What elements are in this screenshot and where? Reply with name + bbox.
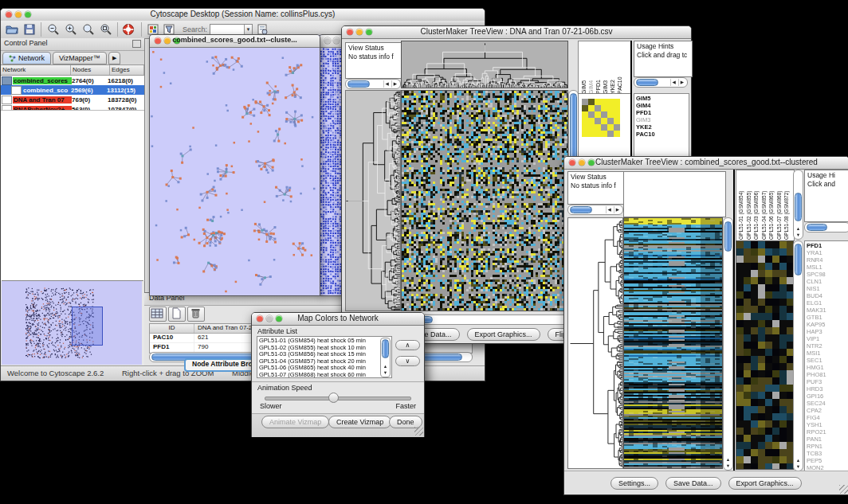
resize-grip[interactable] — [839, 485, 848, 494]
zoom-fit-icon[interactable] — [82, 23, 95, 36]
gene-label[interactable]: YSH1 — [807, 421, 848, 428]
zoom-out-icon[interactable] — [47, 23, 60, 36]
gene-label[interactable]: PEP5 — [807, 457, 848, 464]
column-label[interactable]: PAC10 — [616, 43, 623, 94]
gene-label[interactable]: YRA1 — [807, 249, 848, 256]
close-button[interactable] — [6, 11, 12, 18]
scroll-left-icon[interactable]: ◀ — [670, 79, 677, 86]
scroll-down-icon[interactable]: ▼ — [724, 463, 732, 469]
treeview2-titlebar[interactable]: ClusterMaker TreeView : combined_scores_… — [564, 157, 848, 170]
scroll-up-icon[interactable]: ▲ — [794, 225, 803, 232]
column-label[interactable]: PFD1 — [595, 43, 602, 94]
column-label[interactable]: GPL51-04 (GSM857) — [760, 171, 768, 240]
gene-label[interactable]: PHO81 — [807, 371, 848, 378]
gene-label[interactable]: HAP3 — [807, 328, 848, 335]
attribute-option[interactable]: GPL51-07 (GSM868) heat shock 60 min — [257, 372, 391, 379]
gene-label[interactable]: GIM3 — [636, 116, 687, 123]
gene-label[interactable]: FIG4 — [807, 414, 848, 421]
help-ring-icon[interactable] — [122, 23, 135, 36]
gene-label[interactable]: MAK31 — [807, 307, 848, 314]
gene-label[interactable]: BUD4 — [807, 292, 848, 299]
close-button[interactable] — [347, 29, 353, 35]
table-icon[interactable] — [149, 307, 167, 322]
main-titlebar[interactable]: Cytoscape Desktop (Session Name: collins… — [1, 9, 485, 21]
gene-label[interactable]: RPO21 — [807, 428, 848, 436]
gene-label[interactable]: MSI1 — [807, 350, 848, 357]
view-status-scrollbar[interactable]: ◀▶ — [567, 205, 623, 215]
tab-vizmapper[interactable]: VizMapper™ — [53, 52, 107, 64]
gene-label[interactable]: PFD1 — [807, 242, 848, 249]
column-label[interactable]: GIM5 — [580, 43, 587, 94]
tab-network[interactable]: Network — [2, 52, 51, 64]
gene-label[interactable]: TCB3 — [807, 450, 848, 457]
heatmap-canvas[interactable] — [401, 90, 568, 311]
column-label[interactable]: YKE2 — [609, 43, 616, 94]
gene-label[interactable]: PFD1 — [636, 109, 687, 116]
submatrix-vscrollbar[interactable]: ▲ ▼ — [793, 240, 803, 471]
gene-label[interactable]: GIM4 — [636, 102, 687, 109]
row-dendrogram[interactable] — [567, 217, 623, 469]
scroll-right-icon[interactable]: ▶ — [614, 206, 621, 213]
network-row[interactable]: combined_sco 2569(6) 13112(15) — [1, 85, 144, 95]
birdseye-view[interactable] — [2, 280, 143, 366]
zoom-selected-icon[interactable] — [100, 23, 112, 36]
gene-label[interactable]: PAC10 — [636, 131, 687, 138]
treeview1-button[interactable]: Export Graphics... — [467, 328, 540, 341]
animate-vizmap-button[interactable]: Animate Vizmap — [261, 416, 329, 428]
scroll-left-icon[interactable]: ◀ — [383, 80, 391, 88]
speed-slider-thumb[interactable] — [328, 393, 339, 403]
scroll-right-icon[interactable]: ▶ — [678, 79, 685, 86]
scroll-up-icon[interactable]: ▲ — [381, 363, 390, 369]
column-labels-scrollbar[interactable]: ▲ ▼ — [793, 170, 803, 240]
network-row[interactable]: DNA and Tran 07 769(0) 183728(0) — [1, 95, 144, 104]
gene-label[interactable]: HRD3 — [807, 385, 848, 393]
gene-label[interactable]: SEC1 — [807, 357, 848, 364]
move-up-button[interactable]: ∧ — [395, 340, 420, 350]
open-session-icon[interactable] — [6, 23, 18, 36]
correlation-submatrix[interactable] — [582, 99, 620, 137]
gene-label[interactable]: RNR4 — [807, 256, 848, 264]
column-label[interactable]: GPL51-03 (GSM856) — [752, 171, 760, 240]
usage-hints-scrollbar[interactable]: ◀▶ — [634, 77, 688, 88]
gene-label[interactable]: NTR2 — [807, 342, 848, 350]
column-label[interactable]: GPL51-02 (GSM855) — [745, 171, 753, 240]
network-row[interactable]: combined_scores 2764(0) 16218(0) — [1, 76, 144, 85]
dialog-titlebar[interactable]: Map Colors to Network — [252, 313, 424, 326]
treeview2-button[interactable]: Settings... — [610, 477, 658, 490]
scroll-left-icon[interactable]: ◀ — [606, 206, 613, 213]
create-vizmap-button[interactable]: Create Vizmap — [328, 416, 391, 428]
gene-label[interactable]: MSL1 — [807, 264, 848, 271]
new-document-icon[interactable] — [168, 307, 186, 322]
scroll-down-icon[interactable]: ▼ — [381, 369, 390, 376]
gene-label[interactable]: VIP1 — [807, 335, 848, 342]
heatmap-canvas[interactable] — [623, 217, 723, 469]
gene-label[interactable]: SEC24 — [807, 400, 848, 407]
save-session-icon[interactable] — [23, 23, 36, 36]
gene-label[interactable]: NIS1 — [807, 285, 848, 292]
treeview2-button[interactable]: Save Data... — [665, 477, 721, 490]
column-label[interactable]: GIM4 — [587, 43, 595, 94]
gene-label[interactable]: HMG1 — [807, 364, 848, 371]
zoom-in-icon[interactable] — [65, 23, 77, 36]
scroll-down-icon[interactable]: ▼ — [794, 232, 803, 238]
column-dendrogram[interactable] — [401, 41, 568, 88]
view-status-scrollbar[interactable]: ◀▶ — [345, 79, 401, 89]
column-label[interactable]: GPL51-01 (GSM854) — [737, 171, 745, 240]
gene-label[interactable]: GIM5 — [636, 95, 687, 102]
trash-icon[interactable] — [187, 307, 205, 322]
column-label[interactable]: GPL51-06 (GSM865) — [768, 171, 775, 240]
close-button[interactable] — [155, 37, 161, 44]
zoomed-submatrix[interactable] — [736, 240, 794, 470]
resize-grip[interactable] — [414, 427, 423, 436]
gene-label[interactable]: PAN1 — [807, 436, 848, 443]
network-view-canvas[interactable] — [150, 48, 318, 295]
close-button[interactable] — [257, 315, 263, 322]
dense-network-canvas[interactable] — [320, 48, 341, 295]
column-label[interactable]: GPL51-08 (GSM872) — [783, 171, 791, 240]
gene-label[interactable]: CPA2 — [807, 407, 848, 414]
gene-label[interactable]: PUF3 — [807, 378, 848, 385]
gene-label[interactable]: CLN1 — [807, 278, 848, 285]
treeview1-titlebar[interactable]: ClusterMaker TreeView : DNA and Tran 07-… — [342, 26, 691, 39]
gene-label[interactable]: SPC98 — [807, 271, 848, 278]
hidden-network-window[interactable] — [319, 34, 344, 296]
